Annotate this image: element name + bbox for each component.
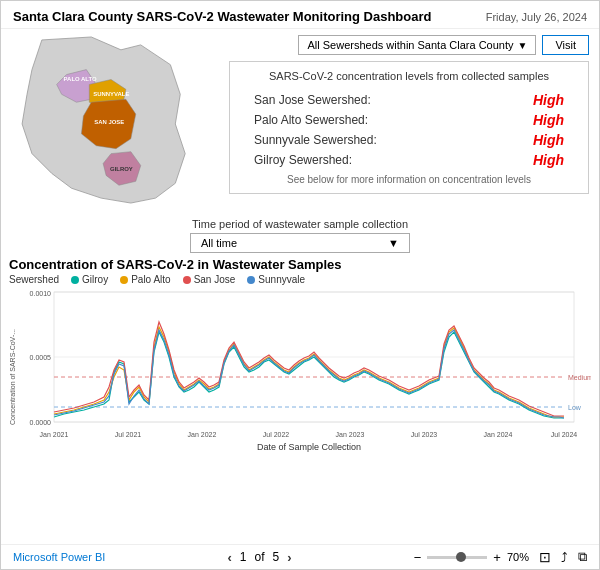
concentration-box: SARS-CoV-2 concentration levels from col… [229, 61, 589, 194]
low-label: Low [568, 404, 582, 411]
concentration-title: SARS-CoV-2 concentration levels from col… [244, 70, 574, 82]
san-jose-label: SAN JOSE [94, 119, 124, 125]
chart-title: Concentration of SARS-CoV-2 in Wastewate… [9, 257, 591, 272]
page-of-label: of [255, 550, 265, 564]
chart-container: Concentration of SARS-CoV-... 0.0010 0.0… [9, 287, 591, 465]
sunnyvale-dot [247, 276, 255, 284]
zoom-out-icon[interactable]: − [414, 550, 422, 565]
map-area: PALO ALTO SUNNYVALE SAN JOSE GILROY [11, 35, 221, 208]
dashboard: Santa Clara County SARS-CoV-2 Wastewater… [0, 0, 600, 570]
share-icon[interactable]: ⤴ [561, 550, 568, 565]
dashboard-title: Santa Clara County SARS-CoV-2 Wastewater… [13, 9, 431, 24]
y-axis-label: Concentration of SARS-CoV-... [9, 329, 16, 425]
external-link-icon[interactable]: ⧉ [578, 549, 587, 565]
time-period-dropdown[interactable]: All time ▼ [190, 233, 410, 253]
x-tick-jan2022: Jan 2022 [188, 431, 217, 438]
x-tick-jan2023: Jan 2023 [336, 431, 365, 438]
legend-paloalto-label: Palo Alto [131, 274, 170, 285]
legend-sanjose-label: San Jose [194, 274, 236, 285]
sewershed-dropdown-label: All Sewersheds within Santa Clara County [307, 39, 513, 51]
sewershed-selector: All Sewersheds within Santa Clara County… [229, 35, 589, 55]
next-page-button[interactable]: › [287, 550, 291, 565]
x-tick-jan2021: Jan 2021 [40, 431, 69, 438]
sunnyvale-label: SUNNYVALE [93, 91, 129, 97]
x-tick-jul2024: Jul 2024 [551, 431, 578, 438]
zoom-slider[interactable] [427, 556, 487, 559]
expand-icon[interactable]: ⊡ [539, 549, 551, 565]
concentration-row-sanjose: San Jose Sewershed: High [244, 90, 574, 110]
x-tick-jul2022: Jul 2022 [263, 431, 290, 438]
sanjose-label: San Jose Sewershed: [254, 93, 371, 107]
sanjose-value: High [533, 92, 564, 108]
gilroy-label: Gilroy Sewershed: [254, 153, 352, 167]
chart-svg: Concentration of SARS-CoV-... 0.0010 0.0… [9, 287, 591, 462]
map-svg: PALO ALTO SUNNYVALE SAN JOSE GILROY [11, 35, 221, 208]
paloalto-label: Palo Alto Sewershed: [254, 113, 368, 127]
powerbi-link[interactable]: Microsoft Power BI [13, 551, 105, 563]
legend-gilroy: Gilroy [71, 274, 108, 285]
palo-alto-label: PALO ALTO [64, 76, 97, 82]
y-tick-top: 0.0010 [30, 290, 52, 297]
zoom-level: 70% [507, 551, 529, 563]
time-period-value: All time [201, 237, 237, 249]
legend-sunnyvale: Sunnyvale [247, 274, 305, 285]
legend-paloalto: Palo Alto [120, 274, 170, 285]
right-panel: All Sewersheds within Santa Clara County… [229, 35, 589, 208]
y-tick-bottom: 0.0000 [30, 419, 52, 426]
time-period-label: Time period of wastewater sample collect… [192, 218, 408, 230]
zoom-in-icon[interactable]: + [493, 550, 501, 565]
chart-section: Concentration of SARS-CoV-2 in Wastewate… [1, 255, 599, 465]
y-tick-mid: 0.0005 [30, 354, 52, 361]
time-chevron-icon: ▼ [388, 237, 399, 249]
concentration-row-paloalto: Palo Alto Sewershed: High [244, 110, 574, 130]
sanjose-dot [183, 276, 191, 284]
legend-sanjose: San Jose [183, 274, 236, 285]
concentration-row-sunnyvale: Sunnyvale Sewershed: High [244, 130, 574, 150]
header-date: Friday, July 26, 2024 [486, 11, 587, 23]
bottom-bar: Microsoft Power BI ‹ 1 of 5 › − + 70% ⊡ … [1, 544, 599, 569]
see-below-text: See below for more information on concen… [244, 174, 574, 185]
sunnyvale-value: High [533, 132, 564, 148]
chart-legend: Sewershed Gilroy Palo Alto San Jose Sunn… [9, 274, 591, 285]
sewershed-dropdown[interactable]: All Sewersheds within Santa Clara County… [298, 35, 536, 55]
prev-page-button[interactable]: ‹ [228, 550, 232, 565]
sunnyvale-label: Sunnyvale Sewershed: [254, 133, 377, 147]
top-section: PALO ALTO SUNNYVALE SAN JOSE GILROY All … [1, 29, 599, 214]
legend-sewershed-label: Sewershed [9, 274, 59, 285]
time-section: Time period of wastewater sample collect… [1, 214, 599, 255]
page-current: 1 [240, 550, 247, 564]
x-tick-jul2023: Jul 2023 [411, 431, 438, 438]
zoom-slider-thumb [456, 552, 466, 562]
header: Santa Clara County SARS-CoV-2 Wastewater… [1, 1, 599, 29]
concentration-row-gilroy: Gilroy Sewershed: High [244, 150, 574, 170]
x-tick-jul2021: Jul 2021 [115, 431, 142, 438]
legend-sunnyvale-label: Sunnyvale [258, 274, 305, 285]
concentration-rows: San Jose Sewershed: High Palo Alto Sewer… [244, 90, 574, 170]
bottom-icons: − + 70% ⊡ ⤴ ⧉ [414, 549, 587, 565]
chart-plot-area: 0.0010 0.0005 0.0000 Medium Low [30, 290, 591, 452]
zoom-controls: − + 70% [414, 550, 529, 565]
visit-button[interactable]: Visit [542, 35, 589, 55]
chevron-down-icon: ▼ [518, 40, 528, 51]
page-total: 5 [273, 550, 280, 564]
x-tick-jan2024: Jan 2024 [484, 431, 513, 438]
paloalto-value: High [533, 112, 564, 128]
medium-label: Medium [568, 374, 591, 381]
gilroy-value: High [533, 152, 564, 168]
legend-gilroy-label: Gilroy [82, 274, 108, 285]
paloalto-dot [120, 276, 128, 284]
pagination: ‹ 1 of 5 › [228, 550, 292, 565]
gilroy-dot [71, 276, 79, 284]
gilroy-label: GILROY [110, 166, 133, 172]
x-axis-label: Date of Sample Collection [257, 442, 361, 452]
